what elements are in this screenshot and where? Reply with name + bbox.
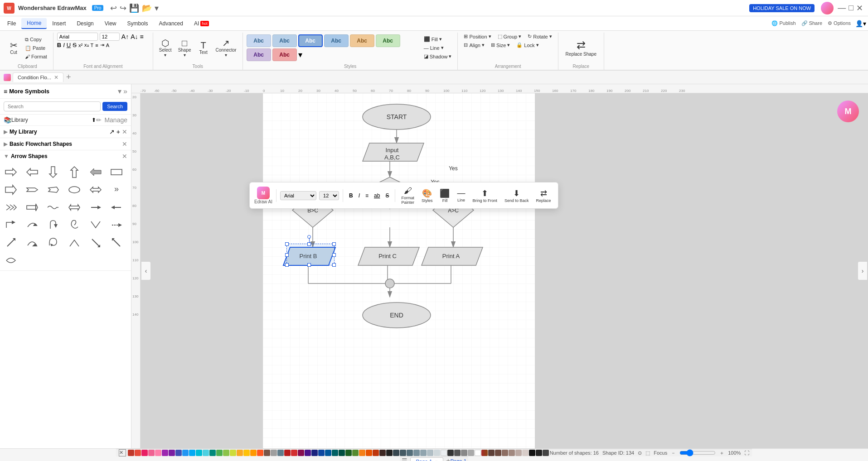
search-btn[interactable]: Search (102, 102, 127, 111)
float-format-painter-btn[interactable]: 🖌 FormatPainter (399, 185, 417, 206)
arrow-shapes-close-btn[interactable]: ✕ (122, 153, 127, 160)
holiday-btn[interactable]: HOLIDAY SALE ON NOW (749, 4, 815, 12)
color-mid[interactable] (461, 450, 467, 456)
position-btn[interactable]: ⊞ Position ▾ (461, 33, 493, 40)
color-1[interactable] (284, 450, 291, 456)
swatch-8[interactable]: Abc (272, 48, 297, 61)
swatch-5[interactable]: Abc (350, 34, 374, 47)
basic-flowchart-close-btn[interactable]: ✕ (122, 140, 127, 148)
handle-ml[interactable] (285, 253, 289, 257)
color-brown3[interactable] (488, 450, 495, 456)
my-library-export-btn[interactable]: ↗ (109, 128, 115, 135)
arrow-double-end[interactable] (66, 199, 82, 216)
arrow-striped[interactable] (24, 199, 40, 216)
color-7[interactable] (325, 450, 331, 456)
color-18[interactable] (400, 450, 406, 456)
color-light-blue[interactable] (189, 450, 195, 456)
no-fill-btn[interactable]: ✕ (119, 449, 126, 456)
color-light-pink[interactable] (148, 450, 155, 456)
shape-btn[interactable]: □ Shape ▾ (176, 36, 194, 60)
color-green[interactable] (216, 450, 223, 456)
color-brown[interactable] (264, 450, 270, 456)
arrow-thick-right[interactable] (3, 182, 19, 198)
arrow-curved2[interactable] (24, 235, 40, 251)
color-lime[interactable] (230, 450, 236, 456)
color-indigo[interactable] (175, 450, 182, 456)
arrow-v-down[interactable] (87, 217, 104, 233)
arrow-double2[interactable] (87, 182, 104, 198)
swatch-1[interactable]: Abc (247, 34, 271, 47)
color-14[interactable] (373, 450, 379, 456)
underline-btn[interactable]: U (67, 42, 71, 48)
page-add-btn[interactable]: + (446, 457, 450, 461)
publish-btn[interactable]: 🌐 Publish (771, 20, 795, 26)
arrow-right[interactable] (3, 164, 19, 180)
my-library-close-btn[interactable]: ✕ (122, 128, 127, 135)
fullscreen-btn[interactable]: ⛶ (744, 450, 749, 456)
open-btn[interactable]: 📂 (142, 3, 152, 13)
panel-close-btn[interactable]: » (123, 87, 127, 96)
color-6[interactable] (318, 450, 325, 456)
save-btn[interactable]: 💾 (129, 3, 139, 13)
format-painter-btn[interactable]: 🖌Format (23, 53, 49, 60)
my-library-header[interactable]: ▶ My Library ↗ + ✕ (0, 126, 131, 138)
tab-close-btn[interactable]: ✕ (54, 74, 58, 81)
arrow-v-up[interactable] (66, 235, 82, 251)
color-yellow[interactable] (237, 450, 243, 456)
color-brown8[interactable] (522, 450, 529, 456)
color-17[interactable] (393, 450, 399, 456)
minimize-btn[interactable]: — (838, 3, 846, 13)
menu-view[interactable]: View (99, 19, 122, 29)
arrow-curved[interactable] (24, 217, 40, 233)
color-12[interactable] (359, 450, 365, 456)
handle-br[interactable] (332, 263, 336, 267)
canvas-area[interactable]: -70 -60 -50 -40 -30 -20 -10 0 10 20 30 4… (131, 84, 868, 448)
color-4[interactable] (305, 450, 311, 456)
menu-ai[interactable]: AI hot (189, 19, 214, 29)
zoom-slider[interactable] (679, 449, 716, 456)
color-black3[interactable] (536, 450, 542, 456)
user-avatar[interactable] (821, 2, 834, 14)
superscript-btn[interactable]: x² (78, 43, 82, 48)
menu-file[interactable]: File (2, 19, 21, 29)
color-11[interactable] (352, 450, 359, 456)
styles-more-btn[interactable]: ▾ (298, 50, 302, 60)
color-10[interactable] (345, 450, 352, 456)
color-black2[interactable] (529, 450, 535, 456)
float-send-back-btn[interactable]: ⬇ Send to Back (502, 187, 531, 204)
font-color-btn[interactable]: A (106, 43, 109, 48)
arrow-dotted[interactable] (108, 217, 125, 233)
zoom-increase-btn[interactable]: ＋ (719, 450, 724, 456)
float-bring-front-btn[interactable]: ⬆ Bring to Front (470, 187, 499, 204)
shadow-btn[interactable]: ◪ Shadow ▾ (422, 53, 454, 60)
arrow-trapezoid[interactable] (45, 182, 61, 198)
tab-condition-flow[interactable]: Condition Flo... ✕ (13, 72, 63, 82)
strikethrough-btn[interactable]: S (73, 42, 77, 48)
zoom-decrease-btn[interactable]: － (671, 450, 676, 456)
paste-btn[interactable]: 📋Paste (23, 44, 49, 52)
float-italic-btn[interactable]: I (356, 191, 362, 200)
arrow-left2[interactable] (87, 164, 104, 180)
lock-btn[interactable]: 🔒 Lock ▾ (514, 41, 541, 49)
arrow-stadium[interactable] (66, 182, 82, 198)
page-menu-icon[interactable]: ☰ (402, 457, 407, 461)
color-deep-orange[interactable] (257, 450, 263, 456)
canvas-scroll-left[interactable]: ‹ (141, 262, 150, 280)
panel-collapse-btn[interactable]: ▾ (118, 87, 121, 96)
replace-shape-btn[interactable]: ⇄ Replace Shape (562, 34, 600, 62)
color-9[interactable] (339, 450, 345, 456)
color-pink[interactable] (141, 450, 148, 456)
color-light-green[interactable] (223, 450, 229, 456)
swatch-3[interactable]: Abc (298, 34, 323, 47)
float-line-btn[interactable]: — Line (455, 187, 467, 203)
color-5[interactable] (311, 450, 318, 456)
swatch-4[interactable]: Abc (324, 34, 349, 47)
subscript-btn[interactable]: x₂ (84, 42, 89, 48)
color-24[interactable] (441, 450, 447, 456)
focus-btn[interactable]: Focus (654, 450, 667, 456)
rotate-btn[interactable]: ↻ Rotate ▾ (525, 33, 554, 40)
swatch-6[interactable]: Abc (376, 34, 400, 47)
float-size-select[interactable]: 12 (319, 191, 339, 200)
arrow-up[interactable] (66, 164, 82, 180)
swatch-7[interactable]: Abc (247, 48, 271, 61)
